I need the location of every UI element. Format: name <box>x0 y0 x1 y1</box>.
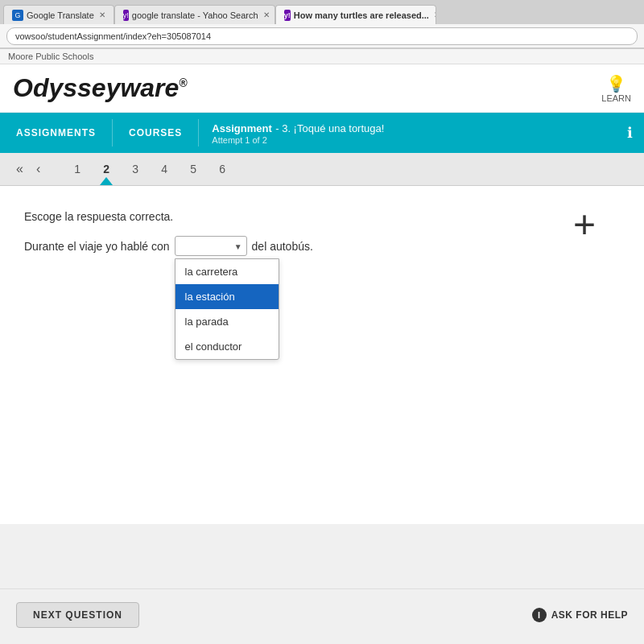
assignment-title: Assignment - 3. ¡Toqué una tortuga! <box>212 121 603 135</box>
option-el-conductor[interactable]: el conductor <box>175 334 279 359</box>
logo-bar: Odysseyware® 💡 LEARN <box>0 64 644 113</box>
tab-turtles[interactable]: y! How many turtles are released... ✕ <box>275 5 436 24</box>
logo-reg: ® <box>179 76 187 89</box>
page-3[interactable]: 3 <box>121 159 150 179</box>
sentence-after: del autobús. <box>252 240 313 253</box>
assignment-label: Assignment <box>212 122 271 134</box>
school-name: Moore Public Schools <box>8 52 93 61</box>
assignment-info: Assignment - 3. ¡Toqué una tortuga! Atte… <box>199 113 616 153</box>
help-icon: i <box>532 608 547 622</box>
question-sentence: Durante el viaje yo hablé con ▼ la carre… <box>24 236 620 256</box>
nav-tab-assignments[interactable]: ASSIGNMENTS <box>0 113 112 153</box>
page-4[interactable]: 4 <box>150 159 179 179</box>
tab-yahoo-search[interactable]: y! google translate - Yahoo Search ✕ <box>114 5 275 24</box>
prev-double-button[interactable]: « <box>13 160 27 178</box>
courses-label: COURSES <box>129 127 182 138</box>
tab-close-3[interactable]: ✕ <box>434 10 436 19</box>
lightbulb-icon: 💡 <box>606 74 626 93</box>
option-la-estacion[interactable]: la estación <box>175 284 279 309</box>
ask-for-help-button[interactable]: i ASK FOR HELP <box>532 608 628 622</box>
logo-text: Odysseyware <box>13 73 179 102</box>
page-1[interactable]: 1 <box>63 159 92 179</box>
page-6[interactable]: 6 <box>208 159 237 179</box>
page-2-label: 2 <box>103 163 109 175</box>
prev-single-button[interactable]: ‹ <box>33 160 43 178</box>
tab-label-2: google translate - Yahoo Search <box>132 10 258 20</box>
page-numbers: 1 2 3 4 5 6 <box>63 159 237 179</box>
info-icon-button[interactable]: ℹ <box>616 113 644 153</box>
ask-for-help-label: ASK FOR HELP <box>551 609 628 621</box>
attempt-label: Attempt 1 of 2 <box>212 135 603 145</box>
next-question-button[interactable]: NEXT QUESTION <box>16 602 139 628</box>
sentence-before: Durante el viaje yo hablé con <box>24 240 170 253</box>
nav-tab-courses[interactable]: COURSES <box>113 113 198 153</box>
option-la-carretera[interactable]: la carretera <box>175 259 279 284</box>
plus-icon: + <box>573 202 596 246</box>
address-bar <box>0 24 644 48</box>
page-5[interactable]: 5 <box>179 159 208 179</box>
active-page-arrow <box>100 177 113 185</box>
learn-button[interactable]: 💡 LEARN <box>601 74 631 103</box>
tab-close-2[interactable]: ✕ <box>263 10 270 19</box>
school-name-bar: Moore Public Schools <box>0 49 644 64</box>
option-la-parada[interactable]: la parada <box>175 309 279 334</box>
tab-label-3: How many turtles are released... <box>294 10 429 20</box>
assignments-label: ASSIGNMENTS <box>16 127 96 138</box>
page-2[interactable]: 2 <box>92 159 121 179</box>
assignment-name: - 3. ¡Toqué una tortuga! <box>275 122 384 134</box>
answer-dropdown[interactable] <box>175 236 247 256</box>
tab-bar: G Google Translate ✕ y! google translate… <box>0 0 644 24</box>
tab-favicon-1: G <box>12 10 23 21</box>
footer-bar: NEXT QUESTION i ASK FOR HELP <box>0 588 644 641</box>
answer-dropdown-container[interactable]: ▼ la carretera la estación la parada el … <box>175 236 247 256</box>
main-content: Escoge la respuesta correcta. Durante el… <box>0 186 644 524</box>
pagination-bar: « ‹ 1 2 3 4 5 6 <box>0 153 644 186</box>
learn-label: LEARN <box>601 93 631 103</box>
tab-close-1[interactable]: ✕ <box>99 10 105 19</box>
nav-bar: ASSIGNMENTS COURSES Assignment - 3. ¡Toq… <box>0 113 644 153</box>
tab-label-1: Google Translate <box>27 10 94 20</box>
app-logo: Odysseyware® <box>13 73 188 103</box>
tab-google-translate[interactable]: G Google Translate ✕ <box>3 5 114 24</box>
tab-favicon-2: y! <box>123 10 129 21</box>
question-instruction: Escoge la respuesta correcta. <box>24 210 620 223</box>
info-icon: ℹ <box>627 124 633 142</box>
browser-chrome: G Google Translate ✕ y! google translate… <box>0 0 644 49</box>
tab-favicon-3: y! <box>284 10 291 21</box>
address-input[interactable] <box>6 27 638 45</box>
dropdown-options-list: la carretera la estación la parada el co… <box>175 258 279 360</box>
